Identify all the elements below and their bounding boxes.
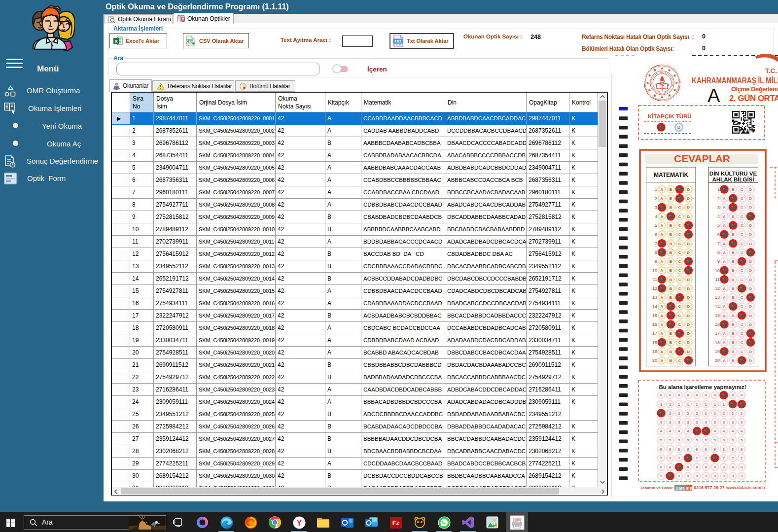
- svg-text:MATEMATİK: MATEMATİK: [654, 171, 689, 178]
- svg-text:B: B: [670, 205, 672, 210]
- svg-text:A: A: [661, 322, 664, 327]
- svg-text:Y: Y: [296, 518, 302, 528]
- svg-text:19: 19: [652, 349, 657, 354]
- svg-text:A: A: [661, 331, 664, 336]
- svg-text:C: C: [678, 205, 681, 210]
- svg-text:5: 5: [687, 438, 689, 442]
- svg-text:B: B: [670, 196, 672, 201]
- svg-text:4: 4: [655, 214, 657, 219]
- svg-text:D: D: [749, 278, 752, 282]
- svg-text:3: 3: [678, 420, 680, 425]
- svg-text:A: A: [661, 223, 664, 228]
- svg-text:Bu alana işaretleme yapmayınız: Bu alana işaretleme yapmayınız!: [659, 384, 746, 390]
- svg-text:14: 14: [652, 304, 657, 309]
- svg-text:A: A: [661, 232, 664, 237]
- svg-text:2: 2: [655, 196, 657, 201]
- svg-text:3: 3: [741, 420, 743, 425]
- svg-text:B: B: [732, 232, 735, 237]
- svg-text:CSV: CSV: [186, 39, 193, 43]
- svg-text:8: 8: [723, 465, 725, 469]
- svg-text:A: A: [723, 331, 726, 336]
- svg-text:KAHRAMANMARAŞ İL MİLLÎ: KAHRAMANMARAŞ İL MİLLÎ: [692, 76, 778, 85]
- svg-text:4: 4: [687, 429, 689, 433]
- svg-text:2: 2: [732, 411, 734, 416]
- svg-text:Data: Data: [675, 486, 685, 491]
- svg-text:6: 6: [696, 447, 698, 452]
- svg-text:D: D: [687, 295, 690, 300]
- svg-text:7: 7: [678, 456, 680, 461]
- svg-text:A: A: [661, 314, 664, 318]
- svg-text:C: C: [678, 259, 681, 264]
- svg-text:3: 3: [669, 420, 672, 425]
- svg-text:3: 3: [705, 420, 707, 425]
- svg-text:D: D: [749, 314, 752, 318]
- svg-text:1: 1: [723, 402, 725, 407]
- svg-text:2: 2: [696, 411, 698, 416]
- svg-text:C: C: [678, 268, 681, 273]
- svg-text:C: C: [741, 295, 743, 300]
- svg-text:A: A: [723, 242, 726, 246]
- svg-text:A: A: [723, 286, 726, 291]
- svg-text:5: 5: [741, 438, 743, 442]
- svg-text:8: 8: [687, 465, 689, 469]
- svg-text:B: B: [732, 250, 735, 255]
- svg-text:0: 0: [714, 393, 716, 397]
- svg-text:C: C: [741, 331, 743, 336]
- svg-text:2: 2: [717, 196, 720, 201]
- svg-text:5: 5: [717, 223, 720, 228]
- svg-text:3: 3: [696, 420, 698, 425]
- svg-text:B: B: [670, 278, 672, 282]
- svg-text:A: A: [723, 314, 726, 318]
- svg-text:9: 9: [723, 474, 725, 478]
- svg-text:C: C: [741, 350, 743, 354]
- svg-text:4: 4: [723, 429, 725, 433]
- svg-text:0: 0: [660, 393, 663, 397]
- svg-text:3: 3: [723, 420, 725, 425]
- svg-text:A: A: [723, 259, 726, 264]
- svg-text:6: 6: [732, 447, 734, 452]
- svg-text:13: 13: [715, 295, 720, 300]
- svg-text:A: A: [661, 268, 664, 273]
- svg-text:B: B: [670, 286, 672, 291]
- svg-text:7: 7: [696, 456, 698, 461]
- svg-text:B: B: [732, 322, 735, 327]
- svg-text:TXT: TXT: [394, 39, 402, 43]
- svg-text:0: 0: [669, 393, 672, 397]
- svg-text:A: A: [723, 304, 726, 309]
- svg-text:20: 20: [715, 358, 720, 363]
- svg-text:11: 11: [653, 277, 657, 282]
- svg-text:B: B: [677, 125, 681, 130]
- svg-text:D: D: [749, 223, 752, 228]
- svg-text:5: 5: [723, 438, 725, 442]
- svg-text:0: 0: [732, 393, 734, 397]
- svg-text:6: 6: [655, 232, 657, 237]
- svg-text:C: C: [741, 242, 743, 246]
- svg-text:B: B: [732, 259, 735, 264]
- svg-text:C: C: [741, 268, 743, 273]
- svg-text:4: 4: [660, 429, 663, 433]
- svg-text:D: D: [749, 268, 752, 273]
- svg-text:C: C: [741, 340, 743, 345]
- svg-text:D: D: [687, 187, 690, 192]
- svg-text:9: 9: [678, 474, 680, 478]
- svg-text:A: A: [661, 358, 664, 363]
- svg-text:9: 9: [741, 474, 743, 478]
- svg-text:9: 9: [687, 474, 689, 478]
- svg-text:19: 19: [715, 349, 720, 354]
- svg-text:A: A: [661, 350, 664, 354]
- svg-text:12: 12: [652, 286, 657, 291]
- svg-text:D: D: [687, 314, 690, 318]
- svg-text:16: 16: [652, 322, 657, 327]
- svg-text:1: 1: [678, 402, 680, 407]
- svg-text:7: 7: [741, 456, 743, 461]
- svg-text:D: D: [749, 358, 752, 363]
- svg-text:A: A: [723, 223, 726, 228]
- svg-text:C: C: [741, 187, 743, 192]
- svg-text:C: C: [741, 205, 743, 210]
- svg-text:1: 1: [687, 402, 689, 407]
- svg-text:13: 13: [652, 295, 657, 300]
- svg-text:3: 3: [660, 420, 663, 425]
- svg-text:2: 2: [678, 411, 680, 416]
- svg-text:D: D: [749, 350, 752, 354]
- svg-text:3: 3: [687, 420, 689, 425]
